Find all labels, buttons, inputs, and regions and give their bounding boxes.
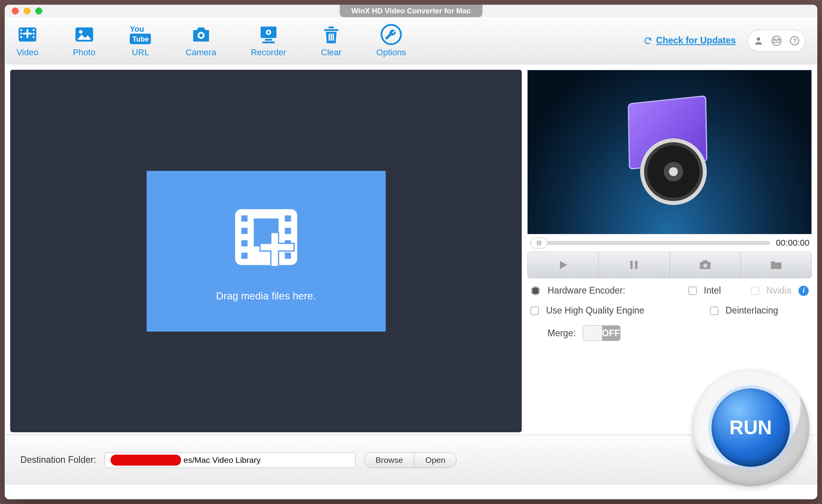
toolbar-photo[interactable]: Photo [73, 24, 96, 58]
toolbar-photo-label: Photo [73, 47, 96, 58]
browse-button[interactable]: Browse [365, 453, 414, 468]
mail-icon [771, 36, 782, 46]
hq-label: Use High Quality Engine [546, 305, 644, 316]
account-button[interactable] [749, 32, 768, 50]
svg-point-16 [267, 31, 270, 33]
help-button[interactable]: ? [786, 32, 804, 50]
toolbar-options[interactable]: Options [376, 24, 406, 58]
toolbar-camera[interactable]: Camera [185, 24, 216, 58]
svg-rect-21 [333, 33, 334, 40]
utility-group: ? [748, 30, 806, 52]
timestamp: 00:00:00 [776, 238, 809, 248]
svg-point-13 [199, 33, 203, 37]
deinterlace-checkbox[interactable] [710, 306, 719, 315]
svg-rect-18 [262, 42, 275, 44]
svg-rect-4 [33, 29, 34, 31]
svg-rect-17 [265, 39, 272, 41]
trash-icon [321, 24, 342, 45]
toolbar-camera-label: Camera [185, 47, 216, 58]
help-icon: ? [789, 36, 800, 46]
nvidia-label: Nvidia [766, 285, 791, 296]
deinterlace-label: Deinterlacing [726, 305, 778, 316]
svg-rect-19 [328, 33, 330, 40]
open-button[interactable]: Open [414, 453, 456, 468]
drop-target[interactable]: Drag media files here. [147, 171, 386, 332]
toolbar-recorder-label: Recorder [251, 47, 286, 58]
seek-bar[interactable] [530, 241, 770, 245]
app-window: WinX HD Video Converter for Mac Video Ph… [5, 5, 817, 499]
pause-icon [627, 258, 641, 272]
intel-checkbox[interactable] [688, 286, 697, 295]
pause-button[interactable] [599, 252, 670, 278]
open-folder-button[interactable] [741, 252, 811, 278]
play-button[interactable] [528, 252, 599, 278]
svg-point-23 [757, 37, 760, 41]
svg-rect-37 [630, 261, 633, 269]
title-bar: WinX HD Video Converter for Mac [5, 5, 817, 17]
toolbar-video[interactable]: Video [16, 24, 38, 58]
maximize-window-icon[interactable] [35, 7, 42, 15]
svg-rect-35 [285, 253, 291, 259]
svg-rect-3 [20, 36, 22, 38]
hw-encoder-label: Hardware Encoder: [548, 285, 625, 296]
hq-checkbox[interactable] [530, 306, 539, 315]
nvidia-checkbox [751, 286, 759, 295]
bottom-bar: Destination Folder: es/Mac Video Library… [5, 435, 817, 485]
svg-rect-2 [20, 33, 22, 34]
svg-rect-30 [241, 240, 247, 247]
merge-toggle[interactable]: OFF [583, 325, 621, 341]
play-icon [556, 258, 570, 272]
minimize-window-icon[interactable] [24, 7, 31, 15]
camera-icon [191, 24, 212, 45]
svg-text:You: You [130, 25, 144, 33]
svg-rect-5 [33, 33, 34, 34]
destination-value: es/Mac Video Library [183, 455, 261, 465]
snapshot-button[interactable] [670, 252, 741, 278]
drop-hint-text: Drag media files here. [216, 290, 316, 302]
run-button[interactable]: RUN [692, 369, 809, 486]
info-icon[interactable]: i [798, 286, 809, 296]
toolbar-video-label: Video [16, 47, 38, 58]
mail-button[interactable] [768, 32, 786, 50]
check-updates-label: Check for Updates [656, 35, 736, 46]
svg-rect-32 [285, 216, 291, 222]
check-updates-link[interactable]: Check for Updates [643, 35, 736, 46]
destination-input[interactable]: es/Mac Video Library [105, 452, 356, 468]
merge-label: Merge: [548, 328, 576, 339]
wrench-icon [381, 24, 402, 45]
toolbar: Video Photo YouTube URL Camera Recorder … [5, 17, 817, 64]
seek-handle[interactable] [530, 237, 548, 248]
refresh-icon [643, 36, 653, 46]
preview-area [527, 70, 812, 234]
redacted-path [111, 455, 181, 466]
youtube-icon: YouTube [130, 24, 151, 45]
svg-rect-20 [331, 33, 332, 40]
svg-rect-6 [33, 36, 34, 38]
merge-state: OFF [602, 325, 620, 341]
chip-icon [530, 286, 541, 296]
toolbar-url-label: URL [132, 47, 149, 58]
toolbar-recorder[interactable]: Recorder [251, 24, 286, 58]
svg-rect-38 [635, 261, 637, 269]
svg-text:?: ? [793, 37, 797, 44]
toolbar-clear-label: Clear [321, 47, 342, 58]
svg-rect-31 [241, 253, 247, 259]
photo-icon [74, 24, 95, 45]
svg-rect-40 [532, 288, 538, 294]
media-drop-panel[interactable]: Drag media files here. [10, 70, 522, 432]
window-title: WinX HD Video Converter for Mac [339, 5, 483, 17]
video-add-icon [17, 24, 38, 45]
user-icon [753, 36, 764, 46]
close-window-icon[interactable] [12, 7, 19, 15]
toolbar-options-label: Options [376, 47, 406, 58]
camera-snap-icon [698, 258, 712, 272]
svg-rect-29 [241, 228, 247, 234]
svg-text:Tube: Tube [132, 35, 149, 43]
toolbar-clear[interactable]: Clear [321, 24, 342, 58]
svg-rect-1 [20, 29, 22, 31]
svg-rect-33 [285, 228, 291, 234]
svg-point-8 [79, 30, 82, 33]
toolbar-url[interactable]: YouTube URL [130, 24, 151, 58]
film-reel-icon [624, 107, 715, 197]
svg-point-39 [703, 263, 707, 268]
